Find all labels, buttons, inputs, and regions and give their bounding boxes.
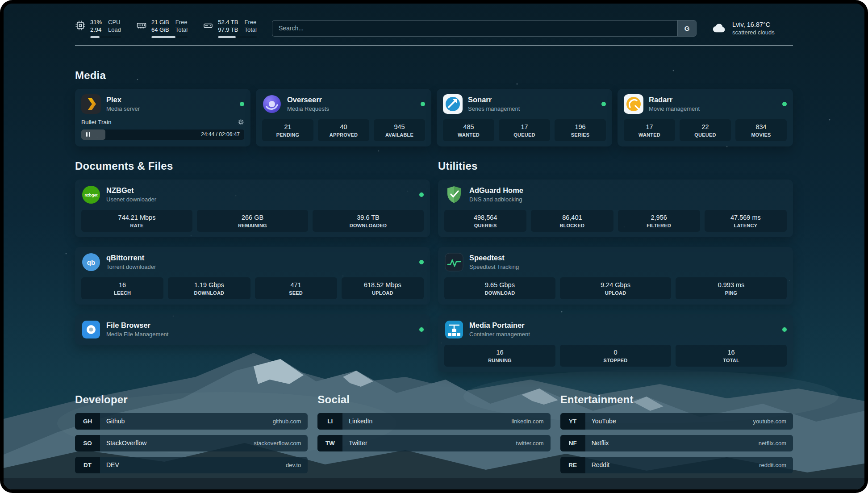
stat-value: 16 [84, 281, 161, 288]
status-dot [782, 102, 787, 106]
plex-icon [81, 94, 101, 114]
stat-value: 17 [501, 123, 547, 130]
bookmark-youtube[interactable]: YT YouTube youtube.com [560, 413, 793, 430]
stat-series: 196 SERIES [555, 119, 606, 141]
bookmark-linkedin[interactable]: LI LinkedIn linkedin.com [317, 413, 550, 430]
stat-label: QUEUED [682, 132, 728, 138]
app-card-sonarr[interactable]: Sonarr Series management 485 WANTED 17 Q… [437, 89, 612, 146]
search-input[interactable] [272, 21, 677, 36]
overseerr-stats: 21 PENDING 40 APPROVED 945 AVAILABLE [262, 119, 425, 141]
stat-queued: 22 QUEUED [680, 119, 731, 141]
speedtest-stats: 9.65 Gbps DOWNLOAD 9.24 Gbps UPLOAD 0.99… [444, 277, 787, 299]
stat-label: FILTERED [621, 223, 697, 228]
disk-free-value: 52.4 TB [218, 19, 238, 26]
app-card-portainer[interactable]: Media Portainer Container management 16 … [438, 314, 793, 372]
radarr-stats: 17 WANTED 22 QUEUED 834 MOVIES [624, 119, 787, 141]
app-card-adguard[interactable]: AdGuard Home DNS and adblocking 498,564 … [438, 180, 793, 237]
plex-progress-bar[interactable]: 24:44 / 02:06:47 [81, 130, 244, 140]
documents-column: Documents & Files nzbget NZBGet [75, 146, 430, 345]
bookmark-name: StackOverflow [100, 435, 146, 451]
window-frame: 31% 2.94 CPU Load [0, 0, 868, 493]
stat-label: TOTAL [678, 358, 784, 363]
stat-label: UPLOAD [563, 290, 668, 296]
bookmark-netflix[interactable]: NF Netflix netflix.com [560, 435, 793, 451]
bookmark-abbr: GH [75, 413, 100, 430]
weather-condition: scattered clouds [732, 29, 775, 36]
stat-ping: 0.993 ms PING [676, 277, 787, 299]
stat-value: 17 [626, 123, 672, 130]
nzbget-stats: 744.21 Mbps RATE 266 GB REMAINING 39.6 T… [81, 210, 424, 232]
stat-filtered: 2,956 FILTERED [618, 210, 700, 232]
qbittorrent-stats: 16 LEECH 1.19 Gbps DOWNLOAD 471 SEED [81, 277, 424, 299]
bookmark-url: twitter.com [516, 435, 551, 451]
sonarr-meta: Sonarr Series management [468, 96, 520, 112]
app-card-overseerr[interactable]: Overseerr Media Requests 21 PENDING 40 A… [256, 89, 431, 146]
app-name: Plex [106, 96, 140, 104]
app-subtitle: Media Requests [287, 105, 329, 112]
bookmark-url: youtube.com [753, 413, 793, 430]
status-dot [782, 327, 787, 332]
bookmark-name: Netflix [585, 435, 609, 451]
qbittorrent-meta: qBittorrent Torrent downloader [106, 254, 156, 270]
app-card-radarr[interactable]: Radarr Movie management 17 WANTED 22 QUE… [618, 89, 793, 146]
memory-free-value: 21 GiB [151, 19, 169, 26]
app-subtitle: Media server [106, 105, 140, 112]
nzbget-card-header: nzbget NZBGet Usenet downloader [81, 185, 424, 205]
section-title-utilities: Utilities [438, 160, 793, 172]
bookmark-github[interactable]: GH Github github.com [75, 413, 308, 430]
app-card-plex[interactable]: Plex Media server Bullet Train [75, 89, 250, 146]
plex-now-playing: Bullet Train [81, 119, 244, 125]
stat-label: PING [678, 290, 784, 296]
plex-progress-fill [81, 130, 105, 140]
topbar-divider [75, 45, 793, 46]
weather-text: Lviv, 16.87°C scattered clouds [732, 21, 775, 36]
nzbget-meta: NZBGet Usenet downloader [106, 186, 156, 203]
stat-label: RATE [84, 223, 190, 228]
sonarr-icon [443, 94, 463, 114]
cpu-icon [75, 20, 86, 31]
bookmark-stackoverflow[interactable]: SO StackOverflow stackoverflow.com [75, 435, 308, 451]
cpu-label-bottom: Load [108, 26, 121, 34]
nzbget-icon: nzbget [81, 185, 101, 205]
stat-label: DOWNLOADED [315, 223, 421, 228]
stat-value: 39.6 TB [315, 214, 421, 221]
adguard-card-header: AdGuard Home DNS and adblocking [444, 185, 787, 205]
stat-value: 16 [678, 349, 784, 356]
stat-value: 945 [376, 123, 422, 130]
disk-readout: 52.4 TB 97.9 TB Free Total [218, 19, 257, 38]
app-card-filebrowser[interactable]: File Browser Media File Management [75, 314, 430, 345]
bookmark-twitter[interactable]: TW Twitter twitter.com [317, 435, 550, 451]
stat-label: APPROVED [321, 132, 367, 138]
bookmark-reddit[interactable]: RE Reddit reddit.com [560, 457, 793, 473]
svg-text:nzbget: nzbget [85, 192, 98, 197]
search-bar: G [272, 20, 697, 37]
stat-pending: 21 PENDING [262, 119, 313, 141]
stat-value: 86,401 [534, 214, 610, 221]
disk-label-total: Total [244, 26, 256, 34]
app-card-speedtest[interactable]: Speedtest Speedtest Tracking 9.65 Gbps D… [438, 247, 793, 305]
stat-value: 744.21 Mbps [84, 214, 190, 221]
bookmark-name: Reddit [585, 457, 609, 473]
app-name: AdGuard Home [469, 186, 523, 195]
stat-wanted: 17 WANTED [624, 119, 675, 141]
app-name: Sonarr [468, 96, 520, 104]
stat-value: 196 [557, 123, 603, 130]
speedtest-meta: Speedtest Speedtest Tracking [469, 254, 519, 270]
section-title-media: Media [75, 69, 793, 82]
app-card-nzbget[interactable]: nzbget NZBGet Usenet downloader 74 [75, 180, 430, 237]
plex-meta: Plex Media server [106, 96, 140, 112]
bookmark-dev[interactable]: DT DEV dev.to [75, 457, 308, 473]
stat-available: 945 AVAILABLE [374, 119, 425, 141]
stat-label: SERIES [557, 132, 603, 138]
stat-download: 9.65 Gbps DOWNLOAD [444, 277, 555, 299]
memory-progress-bar [151, 36, 188, 38]
filebrowser-icon [81, 320, 101, 339]
pause-icon[interactable] [86, 132, 90, 137]
stat-value: 266 GB [200, 214, 305, 221]
plex-settings-gear-icon[interactable] [238, 119, 244, 125]
cpu-progress-bar [90, 36, 121, 38]
search-provider-button[interactable]: G [677, 21, 696, 36]
memory-label-total: Total [175, 26, 188, 34]
app-card-qbittorrent[interactable]: qb qBittorrent Torrent downloader [75, 247, 430, 305]
app-name: Overseerr [287, 96, 329, 104]
